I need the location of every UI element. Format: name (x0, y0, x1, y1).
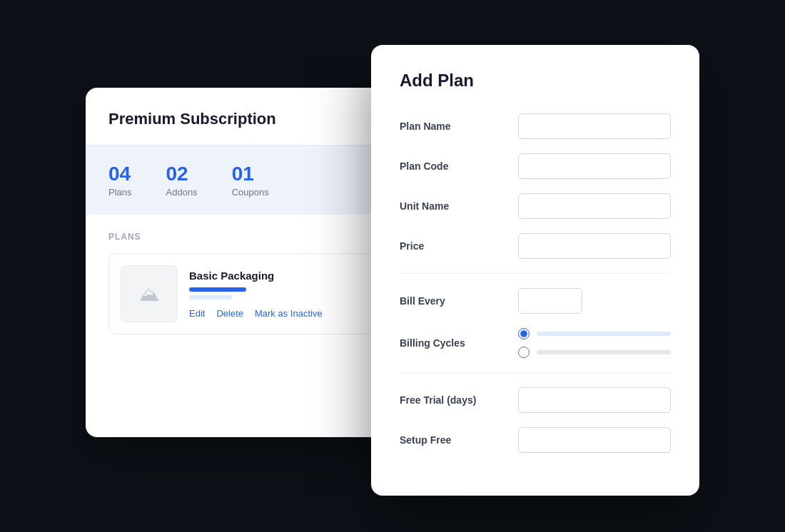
setup-free-row: Setup Free (400, 427, 671, 453)
free-trial-label: Free Trial (days) (400, 394, 507, 406)
unit-name-row: Unit Name (400, 193, 671, 219)
plan-name-label: Plan Name (400, 121, 507, 132)
price-label: Price (400, 240, 507, 252)
scene: Premium Subscription Edit 04 Plans 02 Ad… (86, 45, 699, 487)
plan-edit-link[interactable]: Edit (189, 308, 205, 319)
stat-plans-label: Plans (108, 187, 132, 198)
plan-code-label: Plan Code (400, 160, 507, 172)
free-trial-row: Free Trial (days) (400, 387, 671, 413)
plan-bar-secondary (189, 295, 232, 300)
stat-plans-number: 04 (108, 163, 132, 185)
bg-card-title: Premium Subscription (108, 110, 276, 128)
stat-addons-number: 02 (166, 163, 198, 185)
stat-coupons-label: Coupons (232, 187, 269, 198)
plan-bar-primary (189, 287, 246, 292)
plan-delete-link[interactable]: Delete (216, 308, 243, 319)
stat-addons: 02 Addons (166, 163, 198, 198)
billing-cycle-radio-1[interactable] (518, 328, 530, 339)
setup-free-label: Setup Free (400, 434, 507, 446)
billing-cycles-label: Billing Cycles (400, 337, 507, 349)
fg-card: Add Plan Plan Name Plan Code Unit Name P… (371, 45, 699, 496)
plan-code-row: Plan Code (400, 153, 671, 179)
price-row: Price (400, 233, 671, 259)
plan-inactive-link[interactable]: Mark as Inactive (255, 308, 323, 319)
billing-cycles-row: Billing Cycles (400, 328, 671, 358)
plan-image: ⛰ (121, 265, 178, 322)
billing-cycle-option-1 (518, 328, 671, 339)
fg-card-title: Add Plan (400, 71, 671, 91)
form-divider-2 (400, 372, 671, 373)
stat-plans: 04 Plans (108, 163, 132, 198)
stat-coupons-number: 01 (232, 163, 269, 185)
billing-cycles-group (518, 328, 671, 358)
plan-name-input[interactable] (518, 113, 671, 139)
image-icon: ⛰ (139, 282, 159, 306)
radio-line-1 (537, 332, 671, 336)
setup-free-input[interactable] (518, 427, 671, 453)
unit-name-label: Unit Name (400, 200, 507, 212)
bill-every-row: Bill Every (400, 288, 671, 314)
billing-cycle-option-2 (518, 347, 671, 358)
unit-name-input[interactable] (518, 193, 671, 219)
free-trial-input[interactable] (518, 387, 671, 413)
billing-cycle-radio-2[interactable] (518, 347, 530, 358)
radio-line-2 (537, 350, 671, 354)
form-divider-1 (400, 273, 671, 274)
price-input[interactable] (518, 233, 671, 259)
bill-every-input[interactable] (518, 288, 582, 314)
stat-addons-label: Addons (166, 187, 198, 198)
bill-every-label: Bill Every (400, 295, 507, 307)
plan-name-row: Plan Name (400, 113, 671, 139)
plan-code-input[interactable] (518, 153, 671, 179)
stat-coupons: 01 Coupons (232, 163, 269, 198)
